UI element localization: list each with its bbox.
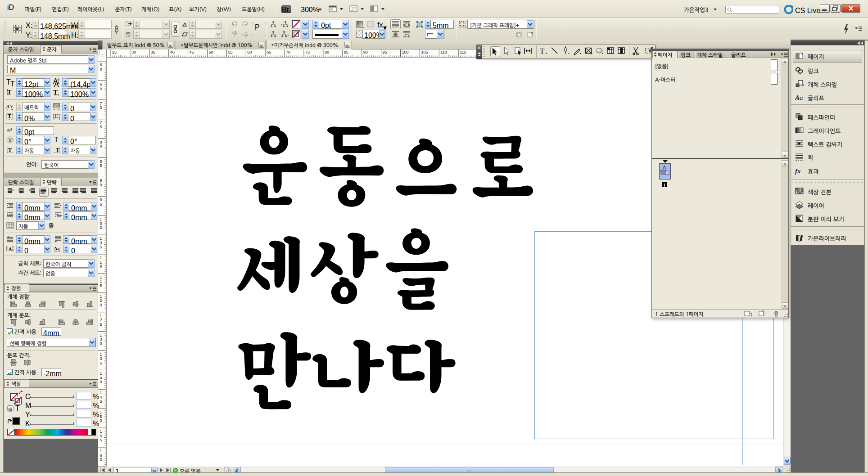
svg-text:5: 5 <box>100 125 102 129</box>
svg-text:1: 1 <box>100 217 102 221</box>
svg-text:105: 105 <box>421 50 428 54</box>
svg-text:a: a <box>800 94 803 101</box>
svg-text:0: 0 <box>100 225 102 230</box>
svg-text:5: 5 <box>100 86 102 90</box>
svg-text:8: 8 <box>100 140 102 144</box>
svg-text:5: 5 <box>100 414 102 419</box>
svg-text:0: 0 <box>100 67 102 72</box>
svg-text:V: V <box>10 103 14 109</box>
svg-text:T: T <box>8 147 12 153</box>
svg-text:0: 0 <box>100 341 102 346</box>
svg-text:50: 50 <box>209 50 213 54</box>
svg-text:4: 4 <box>100 376 102 380</box>
svg-text:40: 40 <box>170 50 175 54</box>
svg-text:7: 7 <box>100 121 102 125</box>
svg-text:85: 85 <box>344 50 348 54</box>
svg-text:1: 1 <box>100 236 102 241</box>
svg-text:0: 0 <box>100 457 102 462</box>
svg-text:9: 9 <box>100 198 102 202</box>
svg-text:2: 2 <box>100 318 102 322</box>
svg-text:A: A <box>795 94 800 101</box>
svg-text:1: 1 <box>100 260 102 265</box>
svg-text:T: T <box>7 89 12 96</box>
svg-text:1: 1 <box>100 279 102 283</box>
svg-text:0: 0 <box>100 105 102 110</box>
svg-text:0: 0 <box>100 144 102 148</box>
svg-text:75: 75 <box>305 50 310 54</box>
svg-text:AV: AV <box>54 103 59 108</box>
svg-text:Aa: Aa <box>54 246 59 251</box>
svg-text:T: T <box>9 137 12 143</box>
svg-text:70: 70 <box>286 50 290 54</box>
svg-text:1: 1 <box>100 256 102 260</box>
svg-text:6: 6 <box>100 453 102 458</box>
svg-text:T: T <box>8 113 11 119</box>
svg-text:45: 45 <box>190 50 194 54</box>
svg-text:35: 35 <box>151 50 155 54</box>
svg-text:65: 65 <box>267 50 271 54</box>
svg-text:5: 5 <box>100 399 102 404</box>
svg-text:4: 4 <box>100 395 102 400</box>
svg-text:0: 0 <box>100 183 102 187</box>
svg-text:2: 2 <box>100 298 102 303</box>
svg-text:A: A <box>6 127 10 134</box>
svg-text:0: 0 <box>100 241 102 245</box>
svg-text:115: 115 <box>460 50 466 54</box>
svg-text:A: A <box>6 103 9 109</box>
svg-text:25: 25 <box>112 50 117 54</box>
svg-text:3: 3 <box>100 356 102 361</box>
svg-text:T: T <box>540 47 545 55</box>
svg-text:60: 60 <box>247 50 252 54</box>
svg-text:0: 0 <box>100 221 102 226</box>
svg-text:1: 1 <box>100 275 102 279</box>
svg-text:5: 5 <box>100 245 102 249</box>
svg-text:9: 9 <box>100 178 102 183</box>
svg-text:fx: fx <box>795 167 801 175</box>
svg-text:55: 55 <box>228 50 232 54</box>
svg-text:90: 90 <box>363 50 368 54</box>
svg-text:8: 8 <box>100 159 102 164</box>
svg-text:5: 5 <box>100 322 102 327</box>
svg-text:1: 1 <box>100 391 102 395</box>
svg-text:A: A <box>663 165 666 170</box>
svg-text:1: 1 <box>100 371 102 376</box>
svg-text:1: 1 <box>100 352 102 357</box>
svg-text:1: 1 <box>100 294 102 299</box>
svg-text:110: 110 <box>440 50 447 54</box>
svg-text:80: 80 <box>325 50 329 54</box>
svg-text:5: 5 <box>100 202 102 207</box>
svg-text:0: 0 <box>100 418 102 423</box>
svg-text:1: 1 <box>100 333 102 337</box>
svg-text:0: 0 <box>100 303 102 307</box>
svg-text:5: 5 <box>100 163 102 168</box>
svg-text:5: 5 <box>100 434 102 438</box>
svg-text:1: 1 <box>100 429 102 434</box>
svg-text:0: 0 <box>100 264 102 269</box>
svg-text:30: 30 <box>131 50 136 54</box>
svg-text:6: 6 <box>100 63 102 67</box>
svg-text:1: 1 <box>100 449 102 453</box>
svg-text:7: 7 <box>100 101 102 106</box>
svg-text:6: 6 <box>100 82 102 86</box>
svg-text:95: 95 <box>383 50 387 54</box>
svg-text:1: 1 <box>100 410 102 414</box>
svg-text:5: 5 <box>100 361 102 365</box>
svg-text:1: 1 <box>100 314 102 318</box>
svg-text:100: 100 <box>402 50 409 54</box>
svg-text:5: 5 <box>100 283 102 288</box>
svg-text:A: A <box>9 247 12 251</box>
svg-text:3: 3 <box>100 337 102 341</box>
svg-text:T: T <box>56 147 59 153</box>
svg-text:5: 5 <box>100 438 102 442</box>
svg-text:0: 0 <box>100 380 102 384</box>
